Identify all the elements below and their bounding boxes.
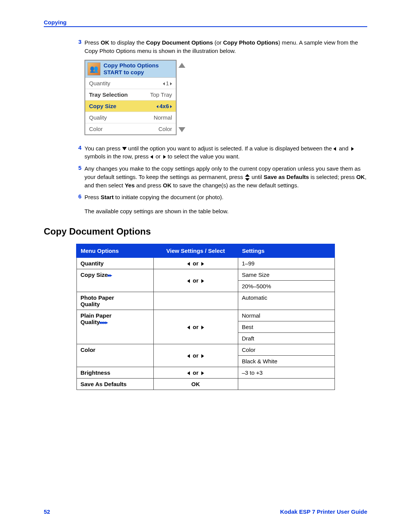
row-plainpaper-1: Plain PaperQuality▸▸▸▸ or Normal	[76, 310, 335, 321]
setting-value: Same Size	[238, 269, 335, 280]
left-arrow-icon	[333, 147, 336, 151]
right-arrow-icon	[170, 105, 172, 108]
bold: OK	[101, 39, 110, 46]
text: and	[337, 145, 350, 152]
setting-value: Automatic	[238, 292, 335, 310]
setting-value: Best	[238, 321, 335, 332]
lcd-label: Quality	[89, 114, 107, 121]
lcd-row-copysize: Copy Size 4x6	[85, 101, 176, 112]
left-arrow-icon	[187, 354, 190, 358]
option-label: Save As Defaults	[81, 381, 127, 387]
text: to display the	[109, 39, 146, 46]
bold: OK	[163, 182, 172, 189]
row-color-1: Color or Color	[76, 344, 335, 355]
lcd-screen: 👥 Copy Photo Options START to copy Quant…	[84, 60, 177, 135]
right-arrow-icon	[201, 262, 204, 266]
bold: Copy Photo Options	[223, 39, 278, 46]
header-rule	[44, 26, 367, 27]
th-menu-options: Menu Options	[76, 244, 153, 257]
text: Press	[84, 39, 101, 46]
lcd-title-1: Copy Photo Options	[104, 62, 159, 69]
text: to select the value you want.	[166, 153, 239, 160]
lcd-label: Quantity	[89, 80, 110, 86]
lcd-scrollbar	[177, 60, 187, 135]
row-save: Save As Defaults OK	[76, 378, 335, 390]
lcd-illustration: 👥 Copy Photo Options START to copy Quant…	[84, 60, 367, 135]
right-arrow-icon	[170, 82, 172, 85]
step-6-note: The available copy settings are shown in…	[84, 207, 367, 216]
right-arrow-icon	[201, 326, 204, 329]
lcd-value: Color	[158, 126, 172, 132]
setting-value: Color	[238, 344, 335, 355]
option-label: Color	[81, 347, 96, 353]
lcd-value: 4x6	[159, 103, 169, 109]
section-header: Copying	[44, 19, 367, 26]
page-footer: 52 Kodak ESP 7 Printer User Guide	[44, 508, 367, 515]
text: to save the change(s) as the new default…	[172, 182, 299, 189]
bold: Start	[101, 194, 114, 200]
step-body: Any changes you make to the copy setting…	[84, 165, 367, 189]
setting-value: Normal	[238, 310, 335, 321]
lcd-row-quality: Quality Normal	[85, 112, 176, 123]
option-label: Photo Paper	[81, 294, 114, 301]
bold: Copy Document Options	[146, 39, 213, 46]
text: (or	[213, 39, 223, 46]
lcd-value: Top Tray	[150, 91, 172, 98]
lcd-row-color: Color Color	[85, 123, 176, 134]
left-arrow-icon	[187, 262, 190, 266]
step-5: 5 Any changes you make to the copy setti…	[72, 165, 367, 189]
step-body: You can press until the option you want …	[84, 144, 367, 161]
guide-title: Kodak ESP 7 Printer User Guide	[280, 508, 367, 515]
option-label: Plain Paper	[81, 312, 112, 319]
step-number: 4	[72, 144, 81, 161]
text: You can press	[84, 145, 122, 152]
step-4: 4 You can press until the option you wan…	[72, 144, 367, 161]
step-body: Press Start to initiate copying the docu…	[84, 193, 367, 201]
lcd-title-2: START to copy	[104, 69, 159, 76]
text: or	[154, 153, 162, 160]
right-arrow-icon	[201, 371, 204, 375]
text: to initiate copying the document (or pho…	[114, 194, 224, 200]
lcd-label: Tray Selection	[89, 91, 128, 98]
step-6: 6 Press Start to initiate copying the do…	[72, 193, 367, 201]
step-number: 5	[72, 165, 81, 189]
setting-value: Black & White	[238, 355, 335, 367]
down-arrow-icon	[122, 147, 127, 150]
option-label: Brightness	[81, 369, 110, 376]
lcd-row-tray: Tray Selection Top Tray	[85, 89, 176, 101]
th-settings: Settings	[238, 244, 335, 257]
step-number: 6	[72, 193, 81, 201]
row-copysize-1: Copy Size▸▸ or Same Size	[76, 269, 335, 280]
footnote-icon: ▸▸	[108, 272, 112, 278]
or-text: or	[193, 369, 199, 376]
or-text: or	[193, 277, 199, 284]
right-arrow-icon	[351, 147, 354, 151]
lcd-header: 👥 Copy Photo Options START to copy	[85, 61, 176, 78]
step-3: 3 Press OK to display the Copy Document …	[72, 38, 367, 55]
right-arrow-icon	[201, 279, 204, 283]
option-label: Copy Size	[81, 272, 108, 278]
lcd-label: Copy Size	[89, 103, 116, 109]
left-arrow-icon	[156, 105, 158, 108]
bold: Save as Defaults	[264, 174, 309, 180]
lcd-label: Color	[89, 126, 103, 132]
left-arrow-icon	[187, 326, 190, 329]
step-body: Press OK to display the Copy Document Op…	[84, 38, 367, 55]
row-brightness: Brightness or –3 to +3	[76, 367, 335, 378]
lcd-row-quantity: Quantity 1	[85, 78, 176, 89]
setting-value: –3 to +3	[238, 367, 335, 378]
left-arrow-icon	[150, 155, 153, 159]
option-label: Quality	[81, 319, 100, 325]
lcd-value: 1	[166, 80, 169, 86]
left-arrow-icon	[163, 82, 165, 85]
footnote-icon: ▸▸▸▸	[100, 320, 107, 325]
text: symbols in the row, press	[84, 153, 150, 160]
text: and press	[135, 182, 163, 189]
setting-value: 1–99	[238, 257, 335, 269]
setting-value: 20%–500%	[238, 280, 335, 292]
left-arrow-icon	[187, 279, 190, 283]
section-title: Copy Document Options	[44, 226, 367, 237]
bold: Yes	[125, 182, 135, 189]
scroll-up-icon	[178, 63, 185, 68]
option-label: Quantity	[81, 260, 104, 267]
